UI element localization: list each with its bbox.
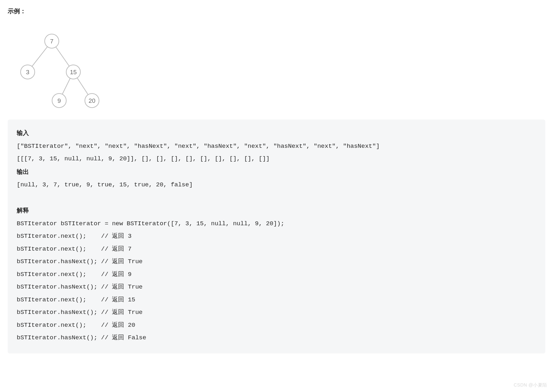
code-explain-line: bSTIterator.hasNext(); // 返回 False (17, 334, 146, 341)
code-explain-line: bSTIterator.next(); // 返回 3 (17, 233, 131, 240)
code-output-line: [null, 3, 7, true, 9, true, 15, true, 20… (17, 181, 193, 188)
tree-node-value: 20 (88, 97, 95, 104)
code-explain-line: bSTIterator.hasNext(); // 返回 True (17, 258, 142, 265)
code-explain-line: bSTIterator.hasNext(); // 返回 True (17, 283, 142, 290)
code-input-line: [[[7, 3, 15, null, null, 9, 20]], [], []… (17, 155, 270, 162)
tree-node-value: 15 (70, 69, 77, 76)
tree-node-value: 9 (58, 97, 61, 104)
code-output-label: 输出 (17, 168, 29, 175)
code-explain-line: bSTIterator.next(); // 返回 15 (17, 296, 135, 303)
tree-edge (62, 78, 70, 94)
tree-edge (32, 47, 48, 66)
tree-diagram: 7315920 (10, 26, 545, 112)
tree-node-value: 7 (50, 38, 54, 45)
document-page: 示例： 7315920 输入 ["BSTIterator", "next", "… (0, 0, 553, 361)
code-block: 输入 ["BSTIterator", "next", "next", "hasN… (8, 120, 545, 353)
code-explain-line: bSTIterator.next(); // 返回 7 (17, 245, 131, 253)
watermark-text: CSDN @小夏陌 (514, 382, 547, 388)
tree-node-value: 3 (26, 69, 30, 76)
example-heading: 示例： (8, 7, 545, 15)
tree-edge (77, 78, 88, 94)
tree-edge (56, 47, 69, 66)
code-explain-line: bSTIterator.hasNext(); // 返回 True (17, 309, 142, 316)
tree-svg: 7315920 (10, 26, 107, 112)
code-input-label: 输入 (17, 129, 29, 136)
code-explain-line: BSTIterator bSTIterator = new BSTIterato… (17, 220, 284, 227)
code-explain-line: bSTIterator.next(); // 返回 20 (17, 322, 135, 329)
code-input-line: ["BSTIterator", "next", "next", "hasNext… (17, 143, 380, 150)
code-explain-label: 解释 (17, 207, 29, 214)
code-explain-line: bSTIterator.next(); // 返回 9 (17, 271, 131, 278)
